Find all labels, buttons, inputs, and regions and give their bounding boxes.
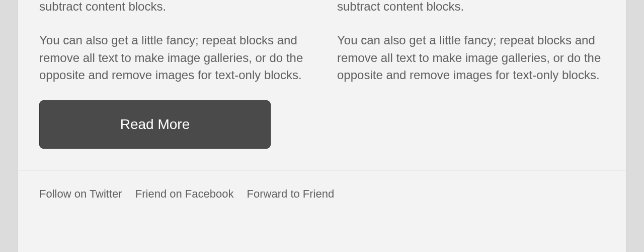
forward-friend-link[interactable]: Forward to Friend (247, 187, 335, 200)
left-paragraph-2: You can also get a little fancy; repeat … (39, 32, 307, 84)
friend-facebook-link[interactable]: Friend on Facebook (135, 187, 234, 200)
footer-separator (127, 187, 130, 200)
right-column: subtract content blocks. You can also ge… (337, 0, 605, 149)
footer-links: Follow on Twitter Friend on Facebook For… (18, 170, 626, 201)
email-container: subtract content blocks. You can also ge… (18, 0, 626, 252)
left-paragraph-partial: subtract content blocks. (39, 0, 307, 16)
right-paragraph-2: You can also get a little fancy; repeat … (337, 32, 605, 84)
follow-twitter-link[interactable]: Follow on Twitter (39, 187, 122, 200)
footer-separator (238, 187, 242, 200)
read-more-button[interactable]: Read More (39, 100, 271, 149)
read-more-label: Read More (120, 116, 190, 133)
right-paragraph-partial: subtract content blocks. (337, 0, 605, 16)
left-column: subtract content blocks. You can also ge… (39, 0, 307, 149)
content-columns: subtract content blocks. You can also ge… (18, 0, 626, 149)
